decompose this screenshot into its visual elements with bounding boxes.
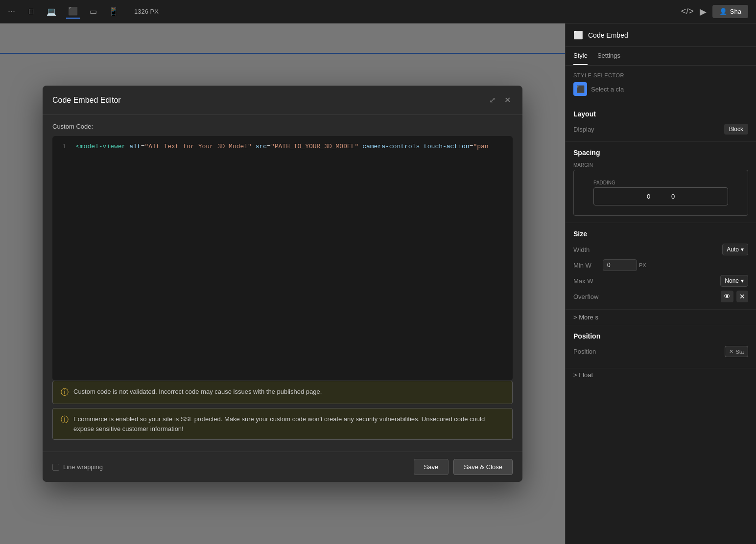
desktop-icon[interactable]: 🖥 <box>25 5 37 18</box>
panel-tabs: Style Settings <box>566 47 756 66</box>
user-icon: 👤 <box>719 8 727 15</box>
modal-header: Code Embed Editor ⤢ ✕ <box>43 86 522 115</box>
topbar-right: </> ▶ 👤 Sha <box>681 5 748 18</box>
width-dropdown[interactable]: Auto ▾ <box>722 244 748 255</box>
display-label: Display <box>573 126 594 133</box>
code-line-1: <model-viewer alt="Alt Text for Your 3D … <box>76 142 507 152</box>
padding-label-inner: PADDING <box>593 180 728 185</box>
line-wrapping-row: Line wrapping <box>52 463 103 471</box>
size-heading: Size <box>573 230 748 238</box>
modal-footer: Line wrapping Save Save & Close <box>43 452 522 482</box>
style-selector-text[interactable]: Select a cla <box>591 86 624 93</box>
min-w-input-group: PX <box>603 259 748 271</box>
tab-style[interactable]: Style <box>573 47 588 65</box>
modal-header-actions: ⤢ ✕ <box>487 93 513 107</box>
layout-heading: Layout <box>573 110 748 118</box>
position-label: Position <box>573 348 608 355</box>
layout-row: Display Block <box>573 124 748 135</box>
save-close-button[interactable]: Save & Close <box>453 459 513 475</box>
tablet-portrait-icon[interactable]: ▭ <box>88 5 99 18</box>
spacing-heading: Spacing <box>573 149 748 157</box>
margin-label: MARGIN <box>573 162 748 168</box>
max-w-row: Max W None ▾ <box>573 275 748 287</box>
overflow-label: Overflow <box>573 293 598 300</box>
min-w-label: Min W <box>573 262 603 269</box>
min-w-unit: PX <box>639 262 646 268</box>
panel-header: ⬜ Code Embed <box>566 23 756 47</box>
code-content[interactable]: <model-viewer alt="Alt Text for Your 3D … <box>70 136 513 381</box>
overflow-visible-btn[interactable]: 👁 <box>721 291 733 302</box>
min-w-input[interactable] <box>603 259 637 271</box>
position-heading: Position <box>573 332 748 340</box>
overflow-icons: 👁 ✕ <box>721 291 748 302</box>
padding-left-input[interactable] <box>641 193 656 200</box>
position-options: ✕ Sta <box>725 346 748 357</box>
phone-icon[interactable]: 📱 <box>107 5 120 18</box>
float-row[interactable]: > Float <box>566 368 756 382</box>
padding-box <box>593 187 728 205</box>
right-panel: ⬜ Code Embed Style Settings Style select… <box>565 23 756 544</box>
layout-section: Layout Display Block <box>566 103 756 142</box>
modal-title: Code Embed Editor <box>52 96 121 105</box>
warning-text-2: Ecommerce is enabled so your site is SSL… <box>73 414 504 433</box>
style-selector-row: ⬛ Select a cla <box>573 82 748 96</box>
min-w-row: Min W PX <box>573 259 748 271</box>
width-label: Width <box>573 246 603 253</box>
max-w-label: Max W <box>573 277 603 285</box>
warning-icon-1: ⓘ <box>61 387 69 398</box>
position-sta-label: Sta <box>735 349 744 355</box>
position-x-icon: ✕ <box>729 348 733 355</box>
overflow-hidden-btn[interactable]: ✕ <box>736 291 748 302</box>
line-wrapping-checkbox[interactable] <box>52 464 59 471</box>
size-section: Size Width Auto ▾ Min W PX Max W None ▾ … <box>566 223 756 310</box>
position-row: Position ✕ Sta <box>573 346 748 357</box>
warning-icon-2: ⓘ <box>61 415 69 425</box>
resolution-display: 1326 PX <box>134 8 159 15</box>
share-button[interactable]: 👤 Sha <box>712 5 748 18</box>
code-editor[interactable]: 1 <model-viewer alt="Alt Text for Your 3… <box>52 136 513 381</box>
position-x-option[interactable]: ✕ Sta <box>725 346 748 357</box>
line-numbers: 1 <box>52 136 70 381</box>
save-button[interactable]: Save <box>414 459 449 475</box>
more-s-row[interactable]: > More s <box>566 310 756 325</box>
tablet-landscape-icon[interactable]: ⬛ <box>66 4 80 19</box>
expand-button[interactable]: ⤢ <box>487 93 497 107</box>
style-selector-icon: ⬛ <box>573 82 587 96</box>
padding-right-input[interactable] <box>666 193 681 200</box>
style-selector-label: Style selector <box>573 72 748 78</box>
dots-menu[interactable]: ··· <box>8 6 15 17</box>
close-button[interactable]: ✕ <box>502 93 513 107</box>
warning-box-2: ⓘ Ecommerce is enabled so your site is S… <box>52 408 513 440</box>
custom-code-label: Custom Code: <box>52 123 513 130</box>
more-s-label: > More s <box>573 314 598 321</box>
margin-box: PADDING <box>573 170 748 216</box>
code-icon[interactable]: </> <box>681 6 694 17</box>
spacing-box: MARGIN PADDING <box>573 162 748 216</box>
device-icons: 🖥 💻 ⬛ ▭ 📱 <box>25 4 120 19</box>
display-value[interactable]: Block <box>724 124 748 135</box>
laptop-icon[interactable]: 💻 <box>45 5 58 18</box>
warning-box-1: ⓘ Custom code is not validated. Incorrec… <box>52 381 513 404</box>
topbar: ··· 🖥 💻 ⬛ ▭ 📱 1326 PX </> ▶ 👤 Sha <box>0 0 756 23</box>
line-wrapping-label: Line wrapping <box>63 463 103 471</box>
position-section: Position Position ✕ Sta <box>566 325 756 368</box>
play-icon[interactable]: ▶ <box>700 6 707 17</box>
panel-header-icon: ⬜ <box>573 30 583 40</box>
panel-header-title: Code Embed <box>588 31 628 39</box>
width-row: Width Auto ▾ <box>573 244 748 255</box>
float-label: > Float <box>573 371 593 379</box>
footer-buttons: Save Save & Close <box>414 459 513 475</box>
modal-body: Custom Code: 1 <model-viewer alt="Alt Te… <box>43 115 522 452</box>
code-embed-modal: Code Embed Editor ⤢ ✕ Custom Code: 1 <mo… <box>43 86 522 482</box>
max-w-dropdown[interactable]: None ▾ <box>720 275 748 287</box>
warning-text-1: Custom code is not validated. Incorrect … <box>73 387 322 397</box>
spacing-section: Spacing MARGIN PADDING <box>566 142 756 223</box>
tab-settings[interactable]: Settings <box>597 47 620 65</box>
modal-overlay[interactable]: Code Embed Editor ⤢ ✕ Custom Code: 1 <mo… <box>0 23 565 544</box>
overflow-row: Overflow 👁 ✕ <box>573 291 748 302</box>
style-selector-section: Style selector ⬛ Select a cla <box>566 66 756 103</box>
